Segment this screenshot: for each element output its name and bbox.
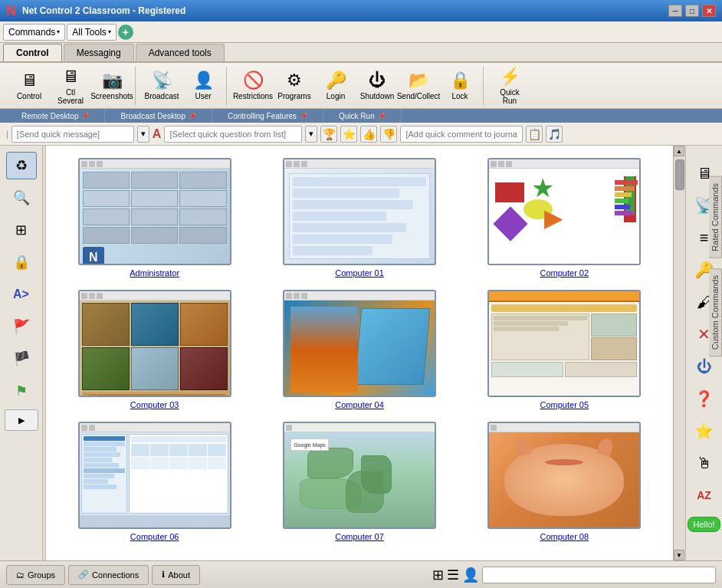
thumb-up-button[interactable]: 👍	[360, 126, 377, 143]
computer-screen-admin[interactable]: N	[78, 158, 231, 265]
thumb-down-button[interactable]: 👎	[380, 126, 397, 143]
star-right-button[interactable]: ⭐	[691, 417, 718, 445]
flag-green-button[interactable]: ⚑	[6, 377, 37, 405]
pin-controlling-icon: 📌	[300, 113, 307, 120]
groups-tab[interactable]: 🗂 Groups	[6, 565, 65, 585]
maximize-button[interactable]: □	[685, 5, 699, 17]
status-search-input[interactable]	[482, 567, 716, 583]
expand-button[interactable]: ▶	[5, 409, 38, 431]
flag-red-button[interactable]: 🚩	[6, 313, 37, 340]
user-status-icon[interactable]: 👤	[462, 567, 479, 583]
send-message-button[interactable]: 🏆	[320, 126, 337, 143]
computer-name-admin[interactable]: Administrator	[130, 268, 179, 278]
lock-side-button[interactable]: 🔒	[6, 248, 37, 276]
flag-yellow-button[interactable]: 🏴	[6, 345, 37, 373]
control-label: Control	[17, 92, 41, 100]
star-button[interactable]: ⭐	[340, 126, 357, 143]
message-select-button[interactable]: ▾	[137, 126, 149, 143]
computer-cell-c02[interactable]: ★ ▶	[468, 158, 661, 278]
computer-name-c04[interactable]: Computer 04	[335, 400, 384, 409]
scroll-thumb[interactable]	[675, 159, 684, 190]
computer-cell-admin[interactable]: N Administrator	[58, 158, 251, 278]
restrictions-icon: 🚫	[243, 71, 264, 90]
about-tab[interactable]: ℹ About	[152, 565, 200, 585]
refresh-button[interactable]: ♻	[6, 152, 37, 179]
computer-name-c05[interactable]: Computer 05	[540, 400, 589, 409]
computer-screen-c04[interactable]	[283, 290, 436, 397]
text-button[interactable]: A>	[6, 281, 37, 308]
toolbar-labels: Remote Desktop 📌 Broadcast Desktop 📌 Con…	[0, 109, 722, 123]
computer-name-c06[interactable]: Computer 06	[130, 532, 179, 541]
question-right-button[interactable]: ❓	[691, 385, 718, 412]
restrictions-button[interactable]: 🚫 Restrictions	[233, 68, 273, 103]
commands-menu[interactable]: Commands ▾	[3, 24, 65, 41]
tab-control[interactable]: Control	[3, 44, 62, 61]
control-button[interactable]: 🖥 Control	[9, 68, 49, 103]
vertical-scrollbar[interactable]: ▲ ▼	[673, 146, 685, 560]
computer-screen-c08[interactable]	[487, 422, 641, 529]
tab-bar: Control Messaging Advanced tools	[0, 43, 722, 63]
quick-message-input[interactable]	[11, 126, 134, 143]
main-area: ♻ 🔍 ⊞ 🔒 A> 🚩 🏴 ⚑ ▶	[0, 146, 722, 560]
rated-commands-label[interactable]: Rated Commands	[709, 176, 722, 258]
connections-tab[interactable]: 🔗 Connections	[68, 565, 149, 585]
computer-screen-c01[interactable]	[283, 158, 436, 265]
computer-screen-c06[interactable]	[78, 422, 231, 529]
user-button[interactable]: 👤 User	[183, 68, 223, 103]
computer-name-c03[interactable]: Computer 03	[130, 400, 179, 409]
hello-button[interactable]: Hello!	[688, 517, 720, 532]
quick-comment-input[interactable]	[400, 126, 523, 143]
computer-cell-c01[interactable]: Computer 01	[263, 158, 455, 278]
computer-cell-c04[interactable]: Computer 04	[263, 290, 455, 409]
pin-quick-run-icon: 📌	[378, 113, 386, 120]
apps-button[interactable]: ⊞	[6, 216, 37, 244]
send-collect-button[interactable]: 📂 Send/Collect	[399, 68, 438, 103]
computer-cell-c03[interactable]: Computer 03	[58, 290, 251, 409]
power-right-button[interactable]: ⏻	[691, 353, 718, 380]
az-right-button[interactable]: AZ	[691, 481, 718, 509]
shutdown-button[interactable]: ⏻ Shutdown	[357, 68, 397, 103]
computers-area[interactable]: N Administrator	[46, 146, 673, 560]
status-icons: ⊞ ☰ 👤	[432, 567, 479, 583]
quick-question-input[interactable]	[164, 126, 302, 143]
tab-messaging[interactable]: Messaging	[64, 44, 134, 61]
programs-button[interactable]: ⚙ Programs	[274, 68, 314, 103]
music-button[interactable]: 🎵	[546, 126, 563, 143]
computer-cell-c05[interactable]: Computer 05	[468, 290, 661, 409]
computer-name-c01[interactable]: Computer 01	[335, 268, 384, 278]
tab-advanced-tools[interactable]: Advanced tools	[136, 44, 225, 61]
quick-run-button[interactable]: ⚡ Quick Run	[490, 68, 530, 103]
computers-grid: N Administrator	[52, 152, 667, 547]
computer-name-c07[interactable]: Computer 07	[335, 532, 384, 541]
custom-commands-label[interactable]: Custom Commands	[709, 268, 722, 356]
screenshots-button[interactable]: 📷 Screenshots	[92, 68, 132, 103]
question-select-button[interactable]: ▾	[305, 126, 317, 143]
computer-name-c08[interactable]: Computer 08	[540, 532, 589, 541]
add-button[interactable]: +	[118, 25, 133, 40]
computer-name-c02[interactable]: Computer 02	[540, 268, 589, 278]
minimize-button[interactable]: ─	[668, 5, 682, 17]
computer-screen-c05[interactable]	[487, 290, 641, 397]
label-quick-run: Quick Run 📌	[323, 109, 402, 123]
broadcast-button[interactable]: 📡 Broadcast	[142, 68, 182, 103]
grid-view-icon[interactable]: ⊞	[432, 567, 444, 583]
computer-screen-c07[interactable]: Google Maps	[283, 422, 436, 529]
computer-cell-c06[interactable]: Computer 06	[58, 422, 251, 541]
lock-button[interactable]: 🔒 Lock	[440, 68, 480, 103]
commands-arrow-icon: ▾	[57, 28, 60, 35]
scroll-up-button[interactable]: ▲	[674, 146, 684, 156]
close-button[interactable]: ✕	[702, 5, 716, 17]
computer-cell-c08[interactable]: Computer 08	[468, 422, 661, 541]
list-view-icon[interactable]: ☰	[447, 567, 459, 583]
scroll-down-button[interactable]: ▼	[674, 550, 684, 560]
ctl-several-button[interactable]: 🖥 Ctl Several	[51, 68, 90, 103]
all-tools-menu[interactable]: All Tools ▾	[67, 24, 116, 41]
computer-screen-c03[interactable]	[78, 290, 231, 397]
journal-button[interactable]: 📋	[526, 126, 543, 143]
computer-screen-c02[interactable]: ★ ▶	[487, 158, 641, 265]
computer-cell-c07[interactable]: Google Maps Computer 07	[263, 422, 455, 541]
cursor-right-button[interactable]: 🖱	[691, 449, 718, 477]
toolbar-group-controlling: 🚫 Restrictions ⚙ Programs 🔑 Login ⏻ Shut…	[230, 67, 484, 105]
login-button[interactable]: 🔑 Login	[316, 68, 356, 103]
zoom-button[interactable]: 🔍	[6, 184, 37, 212]
